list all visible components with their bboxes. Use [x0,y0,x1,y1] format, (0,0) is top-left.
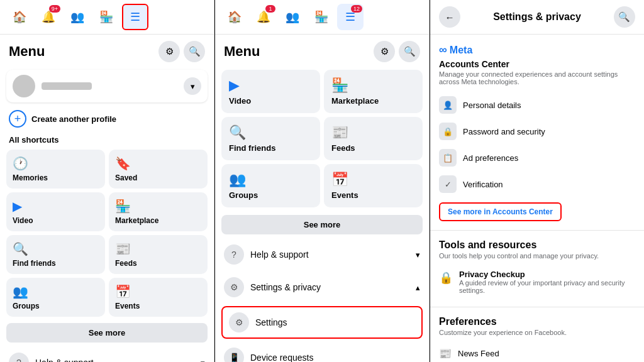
meta-logo: ∞ Meta [439,43,635,57]
find-friends-icon: 🔍 [13,241,99,256]
p2-events-label: Events [331,190,415,200]
prefs-desc: Customize your experience on Facebook. [439,329,635,336]
p2-groups-card[interactable]: 👥 Groups [221,164,320,207]
p2-settings-sub-label: Settings [255,317,287,327]
panel-1-scroll: ▾ + Create another profile All shortcuts… [0,66,214,362]
p2-friends-nav[interactable]: 👥 [279,4,306,30]
password-security-link[interactable]: 🔒 Password and security [439,118,635,145]
settings-content: ∞ Meta Accounts Center Manage your conne… [430,35,644,362]
events-label: Events [115,302,201,310]
header-icons-1: ⚙ 🔍 [158,41,205,62]
p2-video-card[interactable]: ▶ Video [221,70,320,113]
shortcut-find-friends[interactable]: 🔍 Find friends [6,235,105,274]
privacy-checkup-icon: 🔒 [439,271,453,285]
menu-header-2: Menu ⚙ 🔍 [215,35,429,66]
p2-settings-sub-icon: ⚙ [229,312,249,332]
p2-notif-badge: 1 [265,5,275,13]
settings-header-title: Settings & privacy [493,11,581,23]
menu-title-2: Menu [224,43,260,60]
profile-chevron[interactable]: ▾ [184,77,201,95]
p2-settings-subitem[interactable]: ⚙ Settings [221,306,423,339]
p2-marketplace-card[interactable]: 🏪 Marketplace [324,70,423,113]
profile-row[interactable]: ▾ [6,70,208,102]
search-icon-btn[interactable]: 🔍 [184,41,205,62]
verification-icon: ✓ [439,175,457,193]
meta-accounts-section: ∞ Meta Accounts Center Manage your conne… [430,35,644,231]
ad-preferences-label: Ad preferences [463,153,518,163]
see-more-btn-1[interactable]: See more [6,323,208,343]
privacy-checkup-desc: A guided review of your important privac… [459,279,635,294]
verification-label: Verification [463,180,503,189]
p2-device-requests-item[interactable]: 📱 Device requests [215,341,429,362]
shortcut-memories[interactable]: 🕐 Memories [6,150,105,189]
p2-settings-icon-btn[interactable]: ⚙ [374,41,395,62]
p2-dr-icon: 📱 [224,348,244,362]
shortcut-video[interactable]: ▶ Video [6,192,105,231]
create-profile-row[interactable]: + Create another profile [0,106,214,131]
p2-home-nav[interactable]: 🏠 [221,4,248,30]
p2-see-more-btn[interactable]: See more [221,215,423,234]
settings-icon-btn[interactable]: ⚙ [158,41,180,62]
p2-help-icon: ? [224,244,244,265]
p2-sp-icon: ⚙ [224,277,244,297]
verification-link[interactable]: ✓ Verification [439,171,635,197]
home-nav-icon[interactable]: 🏠 [6,4,33,30]
help-chevron: ▾ [201,358,205,363]
notifications-nav-icon[interactable]: 🔔 9+ [35,4,62,30]
shortcut-marketplace[interactable]: 🏪 Marketplace [109,192,208,231]
p2-feeds-card[interactable]: 📰 Feeds [324,117,423,160]
friends-nav-icon[interactable]: 👥 [64,4,91,30]
news-feed-pref[interactable]: 📰 News Feed [439,343,635,362]
p2-video-label: Video [229,96,313,106]
memories-label: Memories [13,173,99,182]
help-icon: ? [9,353,29,362]
p2-help-support-item[interactable]: ? Help & support ▾ [215,238,429,271]
p2-sp-left: ⚙ Settings & privacy [224,277,321,297]
p2-feeds-label: Feeds [331,143,415,153]
shortcut-groups[interactable]: 👥 Groups [6,278,105,317]
p2-groups-label: Groups [229,190,313,200]
p2-menu-nav[interactable]: ☰ 12 [337,4,364,30]
events-icon: 📅 [115,284,201,299]
tools-section: Tools and resources Our tools help you c… [430,231,644,307]
saved-icon: 🔖 [115,156,201,171]
p2-settings-privacy-item[interactable]: ⚙ Settings & privacy ▴ [215,271,429,304]
p2-findfriends-label: Find friends [229,143,313,153]
p2-groups-icon: 👥 [229,172,313,188]
ad-preferences-icon: 📋 [439,149,457,167]
see-more-accounts-btn[interactable]: See more in Accounts Center [439,202,562,221]
p2-events-card[interactable]: 📅 Events [324,164,423,207]
shortcut-feeds[interactable]: 📰 Feeds [109,235,208,274]
personal-details-link[interactable]: 👤 Personal details [439,92,635,118]
password-security-icon: 🔒 [439,123,457,140]
saved-label: Saved [115,173,201,182]
tools-desc: Our tools help you control and manage yo… [439,252,635,260]
shortcut-saved[interactable]: 🔖 Saved [109,150,208,189]
tools-title: Tools and resources [439,239,635,251]
personal-details-icon: 👤 [439,96,457,114]
menu-nav-icon[interactable]: ☰ [122,4,148,30]
settings-search-btn[interactable]: 🔍 [614,6,635,28]
panel-3: ← Settings & privacy 🔍 ∞ Meta Accounts C… [430,0,644,362]
help-support-item[interactable]: ? Help & support ▾ [0,346,214,362]
meta-infinity-icon: ∞ [439,43,447,57]
ad-preferences-link[interactable]: 📋 Ad preferences [439,145,635,171]
privacy-checkup-item[interactable]: 🔒 Privacy Checkup A guided review of you… [439,266,635,298]
profile-info [13,75,92,97]
p2-marketplace-nav[interactable]: 🏪 [308,4,335,30]
p2-search-icon-btn[interactable]: 🔍 [399,41,420,62]
p2-findfriends-card[interactable]: 🔍 Find friends [221,117,320,160]
find-friends-label: Find friends [13,259,99,268]
personal-details-label: Personal details [463,101,521,110]
news-feed-icon: 📰 [439,348,452,359]
marketplace-nav-icon[interactable]: 🏪 [93,4,119,30]
menu-title-1: Menu [9,43,45,60]
p2-findfriends-icon: 🔍 [229,124,313,141]
shortcut-events[interactable]: 📅 Events [109,278,208,317]
plus-icon: + [9,110,26,128]
accounts-center-title: Accounts Center [439,59,635,69]
back-btn[interactable]: ← [439,6,460,28]
memories-icon: 🕐 [13,156,99,171]
p2-sp-chevron: ▴ [416,283,420,292]
p2-notifications-nav[interactable]: 🔔 1 [250,4,277,30]
